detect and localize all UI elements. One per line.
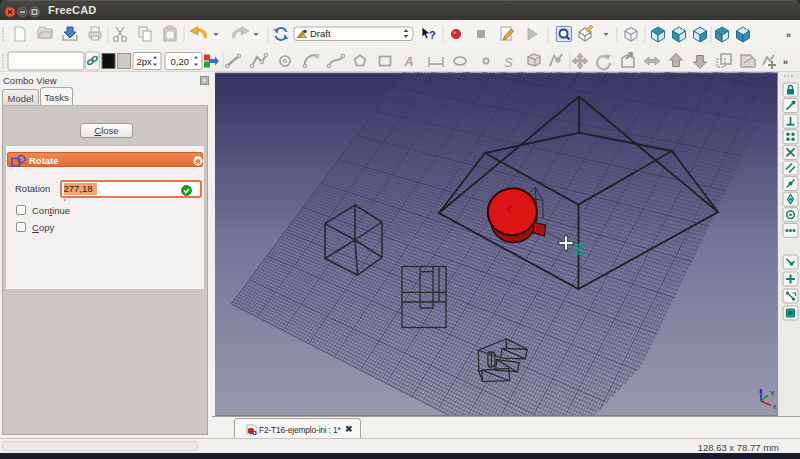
svg-text:S: S — [504, 54, 513, 69]
svg-text:0,20: 0,20 — [171, 55, 190, 66]
svg-text:A: A — [404, 55, 414, 69]
svg-text:»: » — [783, 56, 788, 66]
svg-text:2px: 2px — [137, 55, 153, 66]
svg-text:?: ? — [429, 29, 436, 41]
svg-text:Y: Y — [770, 390, 775, 397]
svg-text:Draft: Draft — [310, 27, 331, 38]
svg-text:»: » — [786, 29, 791, 39]
